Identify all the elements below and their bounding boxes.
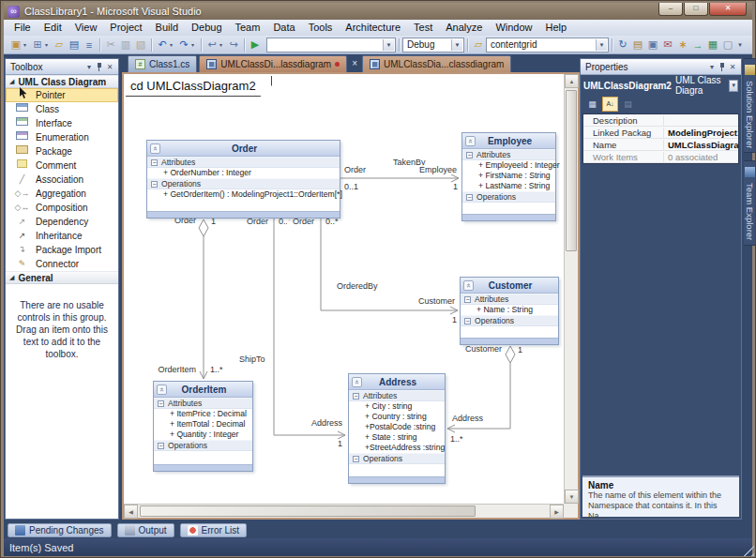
- paste-icon[interactable]: ▧: [133, 38, 148, 53]
- class-member[interactable]: + GetOrderItem() : ModelingProject1::Ord…: [147, 189, 340, 200]
- chevron-down-icon[interactable]: ▾: [191, 41, 198, 48]
- document-tab-2[interactable]: UMLClassDi...lassdiagram: [199, 55, 347, 72]
- vertical-scrollbar[interactable]: ▲ ▼: [564, 74, 578, 504]
- class-member[interactable]: + Country : string: [349, 412, 445, 422]
- menu-item-file[interactable]: File: [8, 20, 38, 36]
- toolbox-item-association[interactable]: ╱Association: [6, 173, 118, 187]
- toolbox-item-pointer[interactable]: Pointer: [6, 88, 118, 102]
- close-icon[interactable]: ✕: [727, 62, 738, 72]
- menu-item-view[interactable]: View: [68, 20, 104, 36]
- collapse-section-icon[interactable]: −: [158, 400, 164, 407]
- class-member[interactable]: + City : string: [349, 401, 445, 412]
- uml-class-customer[interactable]: «Customer−Attributes+ Name : String−Oper…: [460, 277, 559, 345]
- new-window-icon[interactable]: ▣: [645, 38, 660, 53]
- collapse-section-icon[interactable]: −: [466, 152, 473, 158]
- check-in-icon[interactable]: →: [690, 38, 705, 53]
- redo-icon[interactable]: ↷: [176, 38, 191, 53]
- scroll-left-icon[interactable]: ◀: [124, 505, 138, 519]
- toolbox-item-class[interactable]: Class: [6, 102, 118, 116]
- class-member[interactable]: +StreetAddress :string: [349, 443, 445, 453]
- toolbox-item-interface[interactable]: Interface: [6, 116, 118, 130]
- menu-item-architecture[interactable]: Architecture: [339, 20, 407, 36]
- scrollbar-thumb[interactable]: [140, 505, 476, 517]
- toolbox-item-connector[interactable]: ✎Connector: [6, 257, 118, 271]
- work-item-icon[interactable]: ✉: [660, 38, 675, 53]
- autohide-tab-team-explorer[interactable]: Team Explorer: [744, 160, 756, 245]
- menu-item-project[interactable]: Project: [103, 20, 148, 36]
- minimize-button[interactable]: –: [658, 3, 683, 16]
- collapse-icon[interactable]: «: [352, 377, 362, 387]
- pin-icon[interactable]: [95, 62, 104, 72]
- refresh-icon[interactable]: ↻: [615, 38, 630, 53]
- window-position-icon[interactable]: ▾: [706, 62, 718, 72]
- toolbox-item-enumeration[interactable]: Enumeration: [6, 130, 118, 144]
- property-row-name[interactable]: NameUMLClassDiagram2: [583, 139, 738, 151]
- toolbar-overflow-icon[interactable]: ▼: [737, 42, 744, 48]
- menu-item-data[interactable]: Data: [266, 20, 301, 36]
- navigate-backward-icon[interactable]: ↩: [204, 38, 219, 53]
- chevron-down-icon[interactable]: ▼: [383, 39, 394, 51]
- save-icon[interactable]: ▤: [67, 38, 82, 53]
- maximize-button[interactable]: □: [684, 3, 708, 16]
- collapse-icon[interactable]: «: [463, 280, 474, 291]
- class-member[interactable]: + State : string: [349, 432, 445, 443]
- collapse-section-icon[interactable]: −: [466, 194, 473, 201]
- toolbox-item-package[interactable]: Package: [6, 144, 118, 158]
- class-member[interactable]: + EmployeeId : Integer: [462, 160, 555, 171]
- window-position-icon[interactable]: ▾: [83, 62, 95, 72]
- property-pages-icon[interactable]: ▤: [620, 97, 636, 112]
- uml-diagram-canvas[interactable]: cd UMLClassDiagram2: [124, 74, 564, 504]
- query-icon[interactable]: ▢: [720, 38, 735, 53]
- pin-icon[interactable]: [718, 62, 727, 72]
- scrollbar-thumb[interactable]: [566, 90, 577, 251]
- properties-object-combobox[interactable]: UMLClassDiagram2 UML Class Diagra ▼: [583, 78, 738, 93]
- class-member[interactable]: + ItemPrice : Decimal: [154, 409, 252, 419]
- toolbox-item-composition[interactable]: ◇↔Composition: [6, 201, 118, 215]
- chevron-down-icon[interactable]: ▼: [596, 39, 607, 51]
- document-tab-1[interactable]: #Class1.cs: [128, 55, 197, 72]
- menu-item-debug[interactable]: Debug: [185, 20, 228, 36]
- close-tab-icon[interactable]: ×: [349, 58, 360, 68]
- new-project-icon[interactable]: ▣: [8, 38, 23, 53]
- collapse-section-icon[interactable]: −: [464, 318, 471, 324]
- navigate-forward-icon[interactable]: ↪: [226, 38, 241, 53]
- categorized-icon[interactable]: ▦: [584, 97, 600, 112]
- open-file-icon[interactable]: ▱: [52, 38, 67, 53]
- find-options-icon[interactable]: ▱: [471, 38, 486, 53]
- menu-item-window[interactable]: Window: [489, 20, 538, 36]
- close-button[interactable]: ✕: [709, 3, 747, 16]
- toolbox-item-package-import[interactable]: ↴Package Import: [6, 243, 118, 257]
- collapse-section-icon[interactable]: −: [353, 393, 359, 400]
- class-member[interactable]: + FirstName : String: [462, 171, 555, 181]
- toolbox-group-uml-class-diagram[interactable]: ◢UML Class Diagram: [6, 75, 118, 88]
- document-tab-3[interactable]: UMLClassDia...classdiagram: [362, 55, 511, 72]
- close-icon[interactable]: ✕: [104, 62, 115, 72]
- class-member[interactable]: + OrderNumber : Integer: [147, 168, 340, 178]
- save-all-icon[interactable]: ≡: [82, 38, 97, 53]
- customize-icon[interactable]: ∗: [675, 38, 690, 53]
- uml-class-employee[interactable]: «Employee−Attributes+ EmployeeId : Integ…: [461, 132, 556, 221]
- scroll-down-icon[interactable]: ▼: [565, 490, 579, 504]
- property-row-description[interactable]: Description: [583, 114, 738, 127]
- collapse-section-icon[interactable]: −: [464, 296, 471, 303]
- run-target-combobox[interactable]: ▼: [266, 38, 396, 53]
- toolbox-item-inheritance[interactable]: ↗Inheritance: [6, 229, 118, 243]
- toolbox-item-dependency[interactable]: ↗Dependency: [6, 215, 118, 229]
- shelve-icon[interactable]: ▤: [630, 38, 645, 53]
- property-row-work-items[interactable]: Work Items0 associated: [583, 151, 738, 163]
- get-latest-icon[interactable]: ▦: [705, 38, 720, 53]
- bottom-tab-error-list[interactable]: Error List: [180, 523, 248, 537]
- scroll-right-icon[interactable]: ▶: [550, 505, 564, 519]
- add-item-icon[interactable]: ⊞: [30, 38, 45, 53]
- horizontal-scrollbar[interactable]: ◀ ▶: [124, 504, 564, 518]
- chevron-down-icon[interactable]: ▾: [45, 41, 52, 48]
- toolbox-item-comment[interactable]: Comment: [6, 158, 118, 173]
- find-combobox[interactable]: contentgrid▼: [486, 38, 609, 53]
- chevron-down-icon[interactable]: ▾: [219, 41, 226, 48]
- autohide-tab-solution-explorer[interactable]: Solution Explorer: [744, 58, 756, 153]
- toolbox-group-general[interactable]: ◢General: [6, 271, 118, 284]
- menu-item-build[interactable]: Build: [149, 20, 185, 36]
- toolbox-item-aggregation[interactable]: ◇→Aggregation: [6, 187, 118, 201]
- bottom-tab-output[interactable]: Output: [117, 523, 174, 537]
- collapse-icon[interactable]: «: [150, 143, 160, 154]
